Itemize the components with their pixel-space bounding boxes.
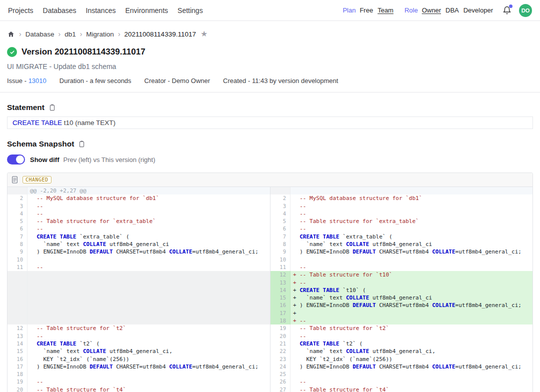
- diff-row: 25: [270, 370, 532, 378]
- line-content: ) ENGINE=InnoDB DEFAULT CHARSET=utf8mb4 …: [290, 363, 532, 370]
- plan-label: Plan: [342, 6, 356, 14]
- issue-link[interactable]: 13010: [28, 77, 46, 84]
- notification-bell-button[interactable]: [501, 4, 513, 16]
- toggle-knob: [16, 156, 24, 164]
- line-number: 10: [270, 256, 290, 264]
- diff-row: 7 CREATE TABLE `extra_table` (: [270, 233, 532, 240]
- line-content: `name` text COLLATE utf8mb4_general_ci: [28, 240, 270, 248]
- schema-snapshot-section: Schema Snapshot Show diff Prev (left) vs…: [7, 140, 533, 392]
- statement-sql: CREATE TABLE t10 (name TEXT): [7, 116, 533, 129]
- diff-row: 26 --: [270, 378, 532, 386]
- breadcrumb-item[interactable]: 20211008114339.11017: [124, 30, 196, 38]
- line-content: [28, 271, 270, 278]
- line-number: 21: [270, 340, 290, 348]
- breadcrumb-item[interactable]: Database: [26, 30, 54, 38]
- line-content: +: [290, 310, 532, 317]
- diff-row: 8 `name` text COLLATE utf8mb4_general_ci: [8, 240, 270, 248]
- diff-row: 3 --: [8, 202, 270, 210]
- line-content: --: [28, 225, 270, 232]
- diff-left-column: @@ -2,20 +2,27 @@2 -- MySQL database str…: [8, 187, 270, 392]
- diff-row: 12+ -- Table structure for `t10`: [270, 271, 532, 278]
- nav-item-environments[interactable]: Environments: [125, 6, 168, 14]
- diff-row: 14+ CREATE TABLE `t10` (: [270, 286, 532, 294]
- line-number: 16: [8, 356, 28, 363]
- line-number: 19: [270, 324, 290, 332]
- show-diff-toggle[interactable]: [7, 154, 25, 164]
- statement-section: Statement CREATE TABLE t10 (name TEXT): [7, 103, 533, 129]
- diff-panel-header[interactable]: CHANGED: [8, 173, 532, 187]
- line-number: 5: [270, 218, 290, 225]
- nav-item-databases[interactable]: Databases: [43, 6, 76, 14]
- breadcrumb-chevron-icon: ›: [114, 30, 124, 38]
- line-number: 17: [8, 363, 28, 370]
- line-content: CREATE TABLE `t2` (: [28, 340, 270, 348]
- line-number: [8, 302, 28, 309]
- breadcrumb: ›Database›db1›Migration›20211008114339.1…: [7, 28, 533, 40]
- line-content: + -- Table structure for `t10`: [290, 271, 532, 278]
- line-number: 22: [270, 348, 290, 355]
- diff-row: 8 `name` text COLLATE utf8mb4_general_ci: [270, 240, 532, 248]
- line-content: KEY `t2_idx` (`name`(256)): [28, 356, 270, 363]
- line-number: 12: [8, 324, 28, 332]
- diff-row: 5 -- Table structure for `extra_table`: [8, 218, 270, 225]
- file-icon: [12, 176, 18, 184]
- diff-row: 4 --: [270, 210, 532, 218]
- diff-panel: CHANGED @@ -2,20 +2,27 @@2 -- MySQL data…: [7, 172, 533, 392]
- nav-item-instances[interactable]: Instances: [86, 6, 116, 14]
- version-header: Version 20211008114339.11017 UI MIGRATE …: [0, 47, 540, 84]
- nav-item-settings[interactable]: Settings: [178, 6, 203, 14]
- version-subtitle: UI MIGRATE - Update db1 schema: [7, 62, 533, 70]
- issue-label: Issue -: [7, 77, 26, 84]
- line-content: -- Table structure for `extra_table`: [28, 218, 270, 225]
- line-content: --: [290, 332, 532, 340]
- line-number: 6: [8, 225, 28, 232]
- nav-item-projects[interactable]: Projects: [8, 6, 34, 14]
- plan-option-team[interactable]: Team: [378, 6, 394, 14]
- diff-row: 21 CREATE TABLE `t2` (: [270, 340, 532, 348]
- avatar[interactable]: DO: [519, 4, 532, 17]
- copy-snapshot-icon[interactable]: [78, 140, 86, 148]
- diff-row: 10: [270, 256, 532, 264]
- breadcrumb-item[interactable]: Migration: [86, 30, 114, 38]
- line-number: 25: [270, 370, 290, 378]
- line-content: CREATE TABLE `extra_table` (: [290, 233, 532, 240]
- diff-row: 11 --: [8, 264, 270, 271]
- line-number: 19: [8, 378, 28, 386]
- role-option-dba[interactable]: DBA: [446, 6, 459, 14]
- diff-row: 3 --: [270, 202, 532, 210]
- diff-row: 9 ) ENGINE=InnoDB DEFAULT CHARSET=utf8mb…: [270, 248, 532, 256]
- star-icon[interactable]: ★: [200, 30, 208, 38]
- line-number: 17: [270, 310, 290, 317]
- copy-statement-icon[interactable]: [48, 104, 56, 112]
- page-title: Version 20211008114339.11017: [22, 47, 146, 57]
- diff-row: 13+ --: [270, 279, 532, 286]
- diff-row: 2 -- MySQL database structure for `db1`: [8, 194, 270, 202]
- home-icon[interactable]: [7, 30, 15, 38]
- line-number: [8, 271, 28, 278]
- line-content: -- MySQL database structure for `db1`: [290, 194, 532, 202]
- line-content: [28, 286, 270, 294]
- line-number: 14: [8, 340, 28, 348]
- breadcrumb-chevron-icon: ›: [15, 30, 26, 38]
- sql-rest: t10 (name TEXT): [62, 119, 116, 126]
- line-number: 13: [8, 332, 28, 340]
- diff-placeholder-row: [8, 294, 270, 302]
- meta-issue: Issue - 13010: [7, 77, 46, 84]
- nav-right: Plan FreeTeam Role OwnerDBADeveloper DO: [342, 4, 532, 17]
- line-number: 16: [270, 302, 290, 309]
- status-done-icon: [7, 47, 17, 57]
- line-number: 2: [270, 194, 290, 202]
- diff-placeholder-row: [8, 310, 270, 317]
- diff-row: 16 KEY `t2_idx` (`name`(256)): [8, 356, 270, 363]
- role-option-developer[interactable]: Developer: [464, 6, 493, 14]
- breadcrumb-item[interactable]: db1: [64, 30, 76, 38]
- line-content: -- Table structure for `extra_table`: [290, 218, 532, 225]
- diff-row: 24 ) ENGINE=InnoDB DEFAULT CHARSET=utf8m…: [270, 363, 532, 370]
- role-option-owner[interactable]: Owner: [422, 6, 441, 14]
- breadcrumb-chevron-icon: ›: [76, 30, 86, 38]
- plan-option-free[interactable]: Free: [360, 6, 373, 14]
- diff-placeholder-row: [8, 286, 270, 294]
- line-number: 24: [270, 363, 290, 370]
- diff-placeholder-row: [8, 271, 270, 278]
- diff-row: 10: [8, 256, 270, 264]
